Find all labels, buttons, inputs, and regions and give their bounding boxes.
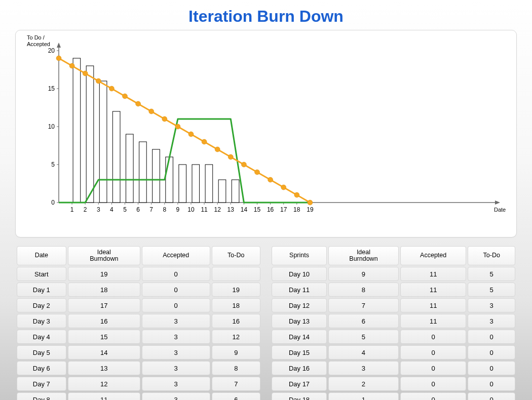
table-cell: 6 [212,392,260,400]
svg-point-68 [83,71,88,76]
table-row: Day 136113 [272,314,515,328]
svg-rect-54 [86,66,94,203]
table-cell: 6 [328,314,399,328]
table-cell: Day 13 [272,314,327,328]
svg-point-81 [255,170,260,175]
svg-point-85 [308,200,313,205]
table-cell: 5 [468,267,515,281]
table-row: Day 17200 [272,377,515,391]
svg-point-78 [215,147,220,152]
table-cell: 11 [68,392,140,400]
table-cell: 12 [68,377,140,391]
svg-rect-62 [192,165,200,203]
svg-text:6: 6 [136,206,140,213]
table-cell: Day 12 [272,298,327,312]
table-row: Day 217018 [17,298,260,312]
svg-text:17: 17 [280,206,287,213]
table-cell: 15 [68,330,140,344]
svg-text:12: 12 [214,206,221,213]
svg-text:7: 7 [149,206,153,213]
table-cell: 8 [212,361,260,375]
table-cell: Day 10 [272,267,327,281]
table-cell: 2 [328,377,399,391]
svg-point-69 [96,78,101,84]
svg-point-70 [109,86,114,91]
table-cell: 18 [212,298,260,312]
table-row: Day 15400 [272,345,515,359]
table-cell: Day 4 [17,330,66,344]
svg-rect-59 [153,149,160,203]
table-cell: 8 [328,283,399,297]
svg-text:13: 13 [227,206,235,213]
table-cell: 7 [328,298,399,312]
svg-point-84 [294,192,299,197]
svg-text:3: 3 [97,206,100,213]
table-cell: 3 [468,314,515,328]
page-title: Iteration Burn Down [0,0,532,30]
svg-point-82 [268,177,273,182]
table-cell: 19 [68,267,140,281]
svg-text:19: 19 [307,206,314,213]
svg-text:14: 14 [241,206,248,213]
col-header: To-Do [212,246,260,265]
col-header: Sprints [272,246,327,265]
table-row: Day 81136 [17,392,260,400]
table-row: Day 118019 [17,283,260,297]
svg-point-75 [175,124,180,129]
table-cell: Day 11 [272,283,327,297]
table-cell: Day 5 [17,345,66,359]
svg-point-76 [188,132,194,137]
table-cell: 0 [468,361,515,375]
table-cell: Day 7 [17,377,66,391]
table-cell: Day 3 [17,314,66,328]
table-cell: 9 [328,267,399,281]
table-cell [212,267,260,281]
svg-marker-3 [495,201,500,205]
table-cell: 3 [328,361,399,375]
svg-text:20: 20 [48,47,55,54]
table-cell: Day 16 [272,361,327,375]
svg-text:4: 4 [110,206,113,213]
col-header: IdealBurndown [328,246,399,265]
svg-text:Date: Date [494,207,506,213]
svg-text:11: 11 [201,206,208,213]
table-cell: 19 [212,283,260,297]
data-tables: DateIdealBurndownAcceptedTo-DoStart190Da… [15,245,517,400]
table-row: Day 415312 [17,330,260,344]
table-cell: 0 [468,392,515,400]
table-cell: Day 17 [272,377,327,391]
burn-down-chart: 0510152012345678910111213141516171819Dat… [21,35,507,223]
svg-point-73 [149,109,154,114]
table-cell: 11 [400,283,467,297]
svg-rect-58 [139,142,147,203]
table-row: Day 18100 [272,392,515,400]
table-cell: 1 [328,392,399,400]
svg-point-67 [69,63,74,68]
svg-text:18: 18 [293,206,300,213]
table-cell: 0 [142,283,210,297]
table-cell: 4 [328,345,399,359]
svg-text:5: 5 [51,161,55,168]
table-cell: 0 [468,330,515,344]
svg-text:5: 5 [123,206,127,213]
table-cell: 18 [68,283,140,297]
table-cell: Day 2 [17,298,66,312]
svg-rect-63 [205,165,213,203]
table-row: Day 127113 [272,298,515,312]
table-cell: 3 [468,298,515,312]
svg-rect-56 [112,111,120,203]
svg-text:16: 16 [267,206,274,213]
table-cell: 3 [142,392,210,400]
table-cell: Start [17,267,66,281]
svg-rect-53 [73,58,81,203]
table-row: Day 109115 [272,267,515,281]
table-cell: 7 [212,377,260,391]
svg-text:1: 1 [70,206,74,213]
svg-text:10: 10 [187,206,195,213]
col-header: Accepted [400,246,467,265]
svg-rect-61 [179,165,186,203]
svg-rect-57 [126,134,134,203]
data-table-right: SprintsIdealBurndownAcceptedTo-DoDay 109… [270,245,517,400]
table-cell: Day 8 [17,392,66,400]
svg-point-72 [136,101,141,106]
